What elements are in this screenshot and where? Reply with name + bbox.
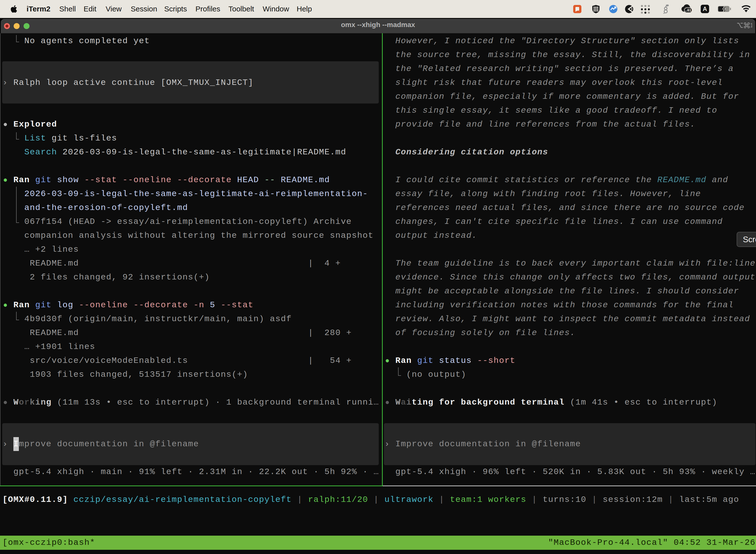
svg-text:1: 1 (750, 22, 752, 28)
svg-text:..61: ..61 (685, 8, 691, 12)
svg-text:A: A (703, 5, 707, 12)
